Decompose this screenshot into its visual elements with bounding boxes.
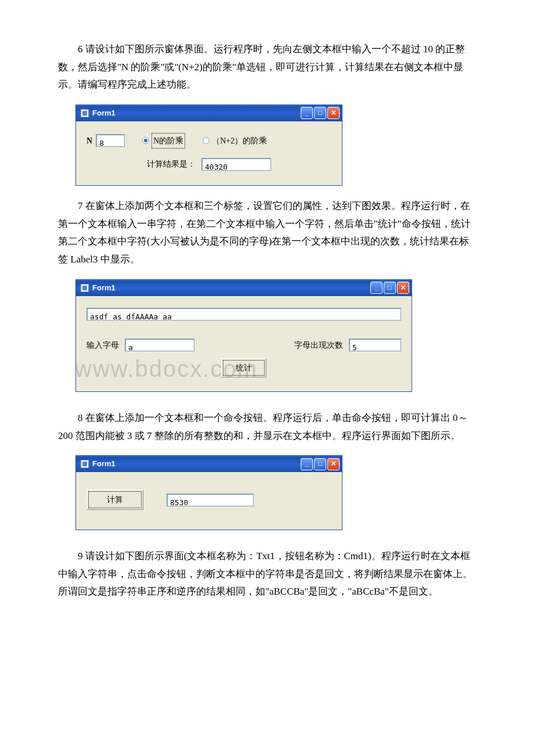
titlebar: Form1 _ □ ✕ [76, 105, 342, 121]
paragraph-9: 9 请设计如下图所示界面(文本框名称为：Txt1，按钮名称为：Cmd1)。程序运… [58, 548, 476, 601]
form1-window-2: Form1 _ □ ✕ asdf as dfAAAAa aa 输入字母 a 字母… [75, 279, 412, 392]
result-label: 计算结果是： [147, 157, 196, 171]
result-output[interactable]: 40320 [201, 158, 271, 171]
label-n: N [86, 134, 92, 148]
radio-n-factorial-label: N的阶乘 [151, 133, 185, 149]
input-n[interactable]: 8 [96, 134, 125, 147]
close-icon[interactable]: ✕ [327, 458, 340, 470]
window-title: Form1 [92, 106, 300, 120]
watermark: www.bdocx.com [75, 348, 258, 390]
client-area: N 8 N的阶乘 （N+2）的阶乘 计算结果是： 40320 [76, 121, 342, 185]
paragraph-7: 7 在窗体上添加两个文本框和三个标签，设置它们的属性，达到下图效果。程序运行时，… [58, 197, 476, 268]
paragraph-8: 8 在窗体上添加一个文本框和一个命令按钮。程序运行后，单击命令按钮，即可计算出 … [58, 409, 476, 445]
radio-n2-factorial-label: （N+2）的阶乘 [212, 134, 267, 148]
maximize-icon[interactable]: □ [314, 458, 326, 470]
app-icon [81, 109, 89, 117]
radio-n-factorial[interactable] [142, 137, 149, 144]
titlebar: Form1 _ □ ✕ [76, 456, 342, 472]
close-icon[interactable]: ✕ [397, 282, 409, 294]
titlebar: Form1 _ □ ✕ [76, 280, 412, 296]
minimize-icon[interactable]: _ [370, 282, 383, 294]
sum-output[interactable]: 8530 [167, 494, 254, 506]
client-area: asdf as dfAAAAa aa 输入字母 a 字母出现次数 5 www.b… [76, 296, 412, 391]
client-area: 计算 8530 [76, 472, 342, 530]
form1-window-3: Form1 _ □ ✕ 计算 8530 [75, 455, 342, 530]
count-output: 5 [349, 339, 401, 351]
maximize-icon[interactable]: □ [384, 282, 396, 294]
calculate-button[interactable]: 计算 [86, 489, 143, 510]
form1-window: Form1 _ □ ✕ N 8 N的阶乘 （N+2）的阶乘 计算结果是： 403… [75, 105, 342, 186]
window-title: Form1 [92, 457, 300, 470]
app-icon [81, 284, 89, 292]
radio-n2-factorial[interactable] [203, 137, 210, 144]
app-icon [81, 460, 89, 468]
window-title: Form1 [92, 281, 369, 294]
minimize-icon[interactable]: _ [301, 458, 313, 470]
minimize-icon[interactable]: _ [301, 107, 313, 119]
close-icon[interactable]: ✕ [327, 107, 340, 119]
text1-input[interactable]: asdf as dfAAAAa aa [86, 308, 401, 321]
paragraph-6: 6 请设计如下图所示窗体界面。运行程序时，先向左侧文本框中输入一个不超过 10 … [58, 41, 476, 94]
label-count: 字母出现次数 [294, 338, 343, 352]
maximize-icon[interactable]: □ [314, 107, 326, 119]
